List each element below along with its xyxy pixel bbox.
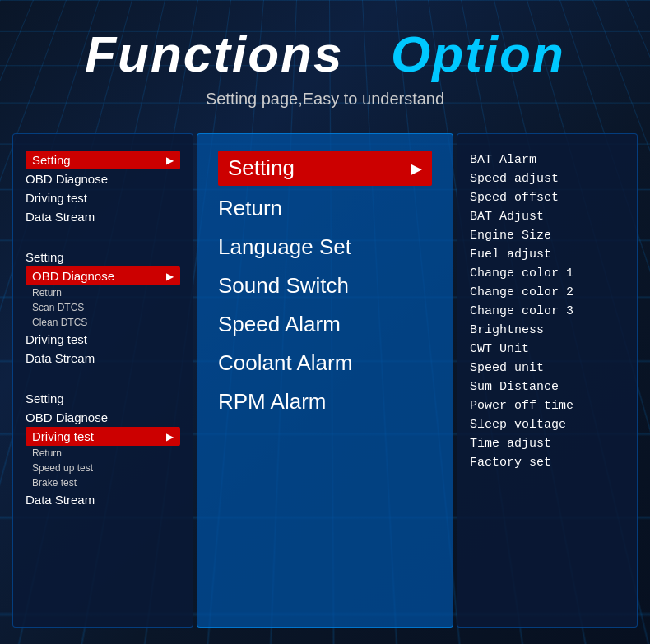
right-item-engine-size[interactable]: Engine Size bbox=[470, 226, 624, 245]
right-item-bat-adjust[interactable]: BAT Adjust bbox=[470, 207, 624, 226]
left-sub-brake[interactable]: Brake test bbox=[26, 475, 180, 490]
left-item-setting-2[interactable]: Setting bbox=[26, 248, 180, 266]
right-item-bat-alarm[interactable]: BAT Alarm bbox=[470, 151, 624, 169]
left-sub-scan[interactable]: Scan DTCS bbox=[26, 300, 180, 315]
left-item-obd-2[interactable]: OBD Diagnose bbox=[26, 266, 180, 285]
left-item-setting-1[interactable]: Setting bbox=[26, 151, 180, 169]
right-item-cwt-unit[interactable]: CWT Unit bbox=[470, 340, 624, 359]
left-group-2: Setting OBD Diagnose Return Scan DTCS Cl… bbox=[26, 248, 180, 368]
title-part2: Option bbox=[391, 25, 565, 82]
left-sub-speedup[interactable]: Speed up test bbox=[26, 461, 180, 475]
left-item-obd-1[interactable]: OBD Diagnose bbox=[26, 169, 180, 188]
middle-item-return[interactable]: Return bbox=[218, 192, 432, 225]
middle-item-coolant[interactable]: Coolant Alarm bbox=[218, 347, 432, 379]
right-item-sleep-voltage[interactable]: Sleep voltage bbox=[470, 415, 624, 434]
right-item-power-off[interactable]: Power off time bbox=[470, 396, 624, 415]
left-group-3: Setting OBD Diagnose Driving test Return… bbox=[26, 389, 180, 509]
middle-panel: Setting Return Language Set Sound Switch… bbox=[197, 133, 453, 628]
left-group-1: Setting OBD Diagnose Driving test Data S… bbox=[26, 151, 180, 226]
middle-item-setting[interactable]: Setting bbox=[218, 151, 432, 186]
subtitle: Setting page,Easy to understand bbox=[16, 90, 634, 109]
page-title: Functions Option bbox=[16, 25, 634, 83]
left-sub-return-2[interactable]: Return bbox=[26, 446, 180, 461]
right-item-speed-adjust[interactable]: Speed adjust bbox=[470, 169, 624, 188]
right-item-speed-offset[interactable]: Speed offset bbox=[470, 188, 624, 207]
left-sub-clean[interactable]: Clean DTCS bbox=[26, 315, 180, 330]
panels-container: Setting OBD Diagnose Driving test Data S… bbox=[12, 133, 638, 628]
right-item-fuel-adjust[interactable]: Fuel adjust bbox=[470, 245, 624, 264]
middle-item-speed-alarm[interactable]: Speed Alarm bbox=[218, 308, 432, 341]
left-item-driving-1[interactable]: Driving test bbox=[26, 188, 180, 207]
left-item-driving-2[interactable]: Driving test bbox=[26, 330, 180, 349]
right-item-change-color-3[interactable]: Change color 3 bbox=[470, 302, 624, 321]
left-item-datastream-3[interactable]: Data Stream bbox=[26, 490, 180, 509]
right-item-change-color-2[interactable]: Change color 2 bbox=[470, 283, 624, 302]
left-item-obd-3[interactable]: OBD Diagnose bbox=[26, 408, 180, 427]
left-item-driving-3[interactable]: Driving test bbox=[26, 427, 180, 446]
left-item-datastream-1[interactable]: Data Stream bbox=[26, 207, 180, 226]
header: Functions Option Setting page,Easy to un… bbox=[0, 0, 650, 117]
title-part1: Functions bbox=[85, 25, 343, 82]
right-item-factory-set[interactable]: Factory set bbox=[470, 453, 624, 472]
middle-item-rpm[interactable]: RPM Alarm bbox=[218, 386, 432, 418]
right-item-time-adjust[interactable]: Time adjust bbox=[470, 434, 624, 453]
right-panel: BAT Alarm Speed adjust Speed offset BAT … bbox=[457, 133, 638, 628]
right-item-sum-distance[interactable]: Sum Distance bbox=[470, 378, 624, 396]
left-item-datastream-2[interactable]: Data Stream bbox=[26, 349, 180, 368]
middle-item-sound[interactable]: Sound Switch bbox=[218, 270, 432, 302]
right-item-brightness[interactable]: Brightness bbox=[470, 321, 624, 340]
middle-item-language[interactable]: Language Set bbox=[218, 231, 432, 263]
left-panel: Setting OBD Diagnose Driving test Data S… bbox=[12, 133, 193, 628]
right-item-change-color-1[interactable]: Change color 1 bbox=[470, 264, 624, 283]
left-sub-return-1[interactable]: Return bbox=[26, 285, 180, 300]
left-item-setting-3[interactable]: Setting bbox=[26, 389, 180, 408]
right-item-speed-unit[interactable]: Speed unit bbox=[470, 359, 624, 378]
